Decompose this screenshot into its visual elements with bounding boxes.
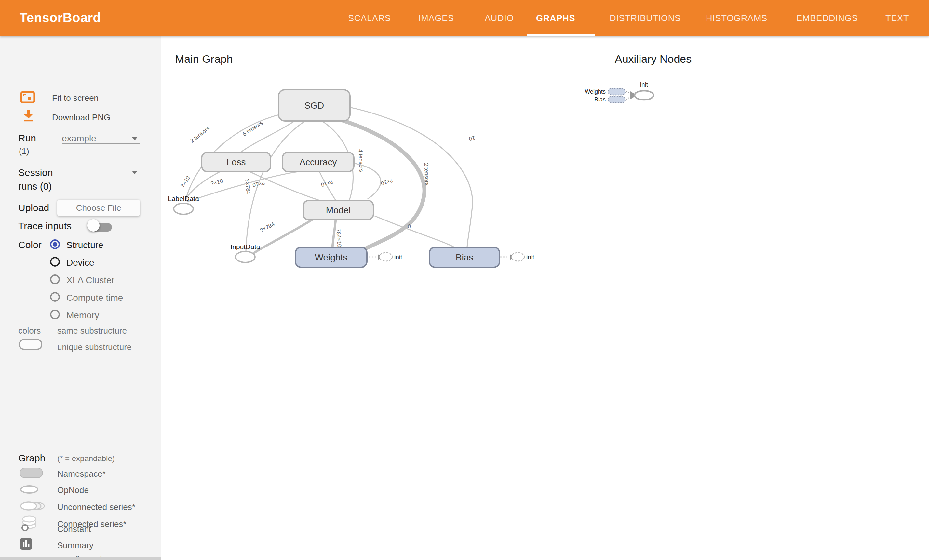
legend-summary-label: Summary — [57, 540, 94, 551]
legend-namespace-label: Namespace* — [57, 469, 106, 479]
node-init-bias-label: init — [526, 254, 534, 260]
run-select-underline — [62, 143, 140, 144]
edge-labels: 2 tensors 5 tensors 4 tensors 2 tensors … — [179, 120, 476, 247]
auxiliary-nodes-title: Auxiliary Nodes — [615, 53, 691, 65]
aux-bias-chip[interactable] — [608, 96, 625, 103]
node-loss-label: Loss — [226, 157, 245, 167]
aux-weights-label: Weights — [584, 89, 606, 95]
auxiliary-nodes-cluster: Weights Bias init — [584, 81, 653, 103]
choose-file-button[interactable]: Choose File — [57, 200, 140, 216]
edge-label: ?×10 — [210, 178, 224, 187]
constant-icon — [21, 524, 29, 531]
fit-to-screen-button[interactable]: Fit to screen — [52, 93, 98, 103]
legend-title: Graph — [18, 453, 45, 464]
node-sgd-label: SGD — [305, 101, 324, 110]
edge-label: ?×10 — [179, 175, 192, 189]
edge-labeldata-accuracy — [187, 172, 298, 202]
node-bias-label: Bias — [456, 252, 473, 262]
node-labeldata[interactable] — [174, 203, 193, 214]
tab-scalars[interactable]: SCALARS — [348, 0, 391, 37]
app-logo: TensorBoard — [20, 11, 101, 25]
trace-inputs-toggle[interactable] — [87, 219, 100, 231]
edge-label: ?×784 — [244, 179, 252, 194]
tab-text[interactable]: TEXT — [885, 0, 909, 37]
edge-label: ?×10 — [252, 179, 265, 188]
sidebar-scrollbar[interactable] — [0, 557, 161, 560]
color-label: Color — [18, 239, 41, 250]
radio-device-label[interactable]: Device — [66, 257, 94, 268]
run-label: Run — [18, 133, 36, 144]
namespace-icon — [20, 468, 43, 478]
upload-label: Upload — [18, 202, 49, 213]
session-select-underline[interactable] — [82, 177, 140, 178]
aux-init-label: init — [640, 81, 648, 88]
node-init-weights[interactable] — [379, 253, 392, 261]
trace-inputs-label: Trace inputs — [18, 220, 72, 231]
legend-hint: (* = expandable) — [57, 454, 115, 463]
run-caret-icon[interactable] — [132, 137, 137, 141]
aux-init-node[interactable] — [635, 91, 653, 100]
node-init-weights-label: init — [394, 254, 402, 260]
unique-substructure-swatch — [19, 339, 42, 350]
colors-palette-label: colors — [18, 326, 41, 336]
edge-label: 0 — [408, 223, 411, 230]
tab-embeddings[interactable]: EMBEDDINGS — [796, 0, 858, 37]
run-count: (1) — [19, 146, 29, 156]
edge-label: 10 — [468, 135, 475, 142]
aux-bias-label: Bias — [594, 96, 606, 103]
node-accuracy-label: Accuracy — [299, 157, 337, 167]
tab-images[interactable]: IMAGES — [418, 0, 454, 37]
edge-label: ?×784 — [259, 221, 276, 234]
edge-label: ?×10 — [380, 177, 394, 187]
tab-graphs[interactable]: GRAPHS — [536, 0, 575, 37]
radio-compute-time-label[interactable]: Compute time — [66, 293, 123, 303]
run-select[interactable]: example — [62, 133, 96, 144]
legend-constant-label: Constant — [57, 524, 91, 534]
graph-canvas[interactable]: 2 tensors 5 tensors 4 tensors 2 tensors … — [161, 37, 929, 560]
radio-xla-cluster[interactable] — [50, 274, 60, 284]
tab-distributions[interactable]: DISTRIBUTIONS — [610, 0, 681, 37]
download-icon[interactable] — [23, 110, 33, 122]
radio-structure-label[interactable]: Structure — [66, 240, 103, 250]
aux-weights-chip[interactable] — [608, 89, 625, 95]
legend-opnode-label: OpNode — [57, 485, 89, 495]
node-inputdata[interactable] — [236, 251, 255, 262]
tab-histograms[interactable]: HISTOGRAMS — [706, 0, 767, 37]
radio-xla-cluster-label[interactable]: XLA Cluster — [66, 275, 115, 286]
fit-to-screen-icon[interactable] — [20, 91, 35, 103]
radio-compute-time[interactable] — [50, 292, 60, 302]
node-weights-label: Weights — [315, 252, 348, 262]
tab-audio[interactable]: AUDIO — [484, 0, 514, 37]
summary-icon — [20, 538, 32, 549]
main-graph-title: Main Graph — [175, 53, 233, 65]
node-model-label: Model — [326, 205, 351, 215]
download-png-button[interactable]: Download PNG — [52, 113, 110, 122]
edge-label: 2 tensors — [189, 125, 211, 144]
edge-label: 784×10 — [335, 228, 342, 247]
aux-edge-weights-init — [626, 91, 630, 94]
session-runs-label: Session — [18, 167, 53, 178]
node-init-bias[interactable] — [511, 253, 524, 261]
same-substructure-label: same substructure — [57, 326, 127, 336]
unique-substructure-label: unique substructure — [57, 342, 132, 352]
legend-unconnected-series-label: Unconnected series* — [57, 502, 135, 512]
session-caret-icon[interactable] — [132, 171, 137, 174]
node-labeldata-label: LabelData — [168, 195, 199, 202]
aux-edge-bias-init — [626, 97, 630, 99]
edge-label: 4 tensors — [357, 149, 364, 172]
radio-memory[interactable] — [50, 310, 60, 319]
opnode-icon — [20, 485, 38, 494]
radio-memory-label[interactable]: Memory — [66, 310, 99, 321]
app-header: TensorBoard SCALARS IMAGES AUDIO GRAPHS … — [0, 0, 929, 37]
radio-structure[interactable] — [50, 239, 60, 249]
edge-label: 2 tensors — [423, 163, 430, 186]
radio-device[interactable] — [50, 257, 60, 267]
unconnected-series-icon — [20, 501, 46, 511]
graph-controls-sidebar: Fit to screen Download PNG Run example (… — [0, 37, 161, 560]
tensorboard-app: TensorBoard SCALARS IMAGES AUDIO GRAPHS … — [0, 0, 929, 560]
node-inputdata-label: InputData — [230, 243, 260, 250]
session-runs-label2: runs (0) — [18, 181, 52, 192]
active-tab-underline — [527, 34, 595, 37]
